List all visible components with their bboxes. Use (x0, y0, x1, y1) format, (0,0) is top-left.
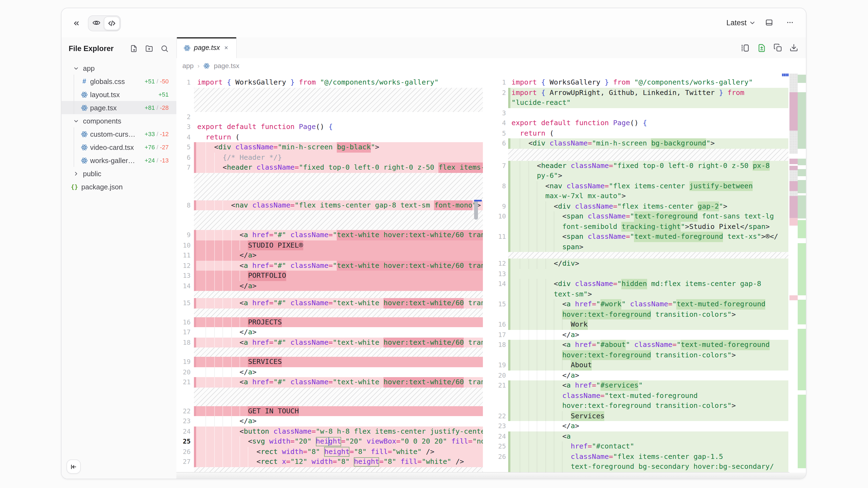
sidebar-file-video-card-tsx[interactable]: video-card.tsx+76 / -27 (62, 140, 176, 154)
panel-bottom-button[interactable] (762, 15, 776, 30)
code-toggle-button[interactable] (104, 17, 120, 30)
minimap-old-block (789, 295, 798, 300)
code-line: "lucide-react" (495, 98, 806, 108)
line-number: 13 (495, 269, 508, 279)
code-line: 12 <a href="#" className="text-white hov… (176, 260, 483, 271)
code-line: 25 href="#contact" (495, 441, 806, 452)
tab-page-tsx[interactable]: page.tsx × (176, 37, 237, 58)
code-line: max-w-7xl mx-auto"> (495, 191, 806, 201)
left-pane-scrollbar[interactable] (474, 200, 478, 220)
collapse-sidebar-button[interactable] (66, 459, 81, 474)
copy-icon[interactable] (774, 43, 782, 52)
code-line: 4export default function Page() { (495, 118, 806, 128)
new-file-icon[interactable] (130, 44, 138, 53)
line-number (495, 191, 508, 201)
gutter-change-strip (508, 269, 510, 279)
line-number: 14 (495, 279, 508, 289)
code-line: 6 {/* Header */} (176, 152, 483, 162)
more-options-button[interactable] (783, 15, 797, 30)
code-line: 20 </a> (176, 367, 483, 377)
close-tab-icon[interactable]: × (224, 44, 228, 52)
collapsed-diff-region (495, 252, 806, 259)
line-number: 10 (495, 212, 508, 222)
collapse-panel-button[interactable] (69, 16, 84, 30)
preview-toggle-button[interactable] (89, 17, 104, 29)
file-diff-icon[interactable] (757, 43, 766, 53)
line-number: 7 (176, 162, 194, 173)
diff-stats: +51 / -50 (145, 78, 169, 85)
line-number: 21 (176, 377, 194, 387)
line-number: 21 (495, 381, 508, 391)
line-number: 2 (495, 88, 508, 98)
code-line: 11 <span className="text-muted-foregroun… (495, 232, 806, 242)
minimap-new-block (798, 243, 806, 295)
code-icon (108, 19, 116, 27)
line-number: 20 (176, 367, 194, 377)
sidebar-folder-public[interactable]: public (62, 167, 176, 180)
collapsed-diff-region (176, 467, 483, 472)
line-number: 26 (495, 452, 508, 462)
line-number: 16 (176, 317, 194, 327)
line-number: 18 (176, 337, 194, 348)
line-number: 6 (495, 138, 508, 149)
panel-bottom-icon (765, 18, 773, 27)
code-line: 13 (495, 269, 806, 279)
code-line: hover:text-foreground transition-colors"… (495, 350, 806, 360)
line-number (495, 289, 508, 299)
new-folder-icon[interactable] (145, 44, 153, 53)
diff-stats: +33 / -12 (145, 131, 169, 137)
sidebar-file-layout-tsx[interactable]: layout.tsx+51 (62, 88, 176, 101)
sidebar-file-globals-css[interactable]: #globals.css+51 / -50 (62, 75, 176, 88)
collapsed-diff-region (176, 387, 483, 406)
minimap-old-block (789, 166, 798, 170)
minimap-new-block (798, 75, 806, 83)
line-number: 12 (495, 259, 508, 269)
minimap-old-block (789, 131, 798, 154)
line-number: 6 (176, 152, 194, 162)
code-line: 5 <div className="min-h-screen bg-black"… (176, 142, 483, 152)
sidebar-file-custom-curs-[interactable]: custom-curs…+33 / -12 (62, 127, 176, 140)
version-selector[interactable]: Latest (726, 19, 755, 27)
right-pane-scroll-indicator[interactable] (782, 73, 789, 76)
code-line: 6 <div className="min-h-screen bg-backgr… (495, 138, 806, 149)
line-number: 8 (176, 200, 194, 210)
code-line: 16 PROJECTS (176, 317, 483, 327)
sidebar-file-package-json[interactable]: {}package.json (62, 180, 176, 193)
line-number: 17 (495, 330, 508, 340)
tree-indent-guide (73, 75, 74, 114)
breadcrumb-root[interactable]: app (182, 62, 194, 70)
search-icon[interactable] (160, 44, 169, 53)
split-view-icon[interactable] (741, 43, 750, 53)
react-file-icon (81, 130, 88, 137)
code-line: 26 <rect width="8" height="8" fill="whit… (176, 447, 483, 457)
diff-pane-new[interactable]: 1import { WorksGallery } from "@/compone… (495, 73, 806, 473)
horizontal-scrollbar[interactable] (176, 472, 806, 479)
line-number: 10 (176, 240, 194, 250)
sidebar-file-works-galler-[interactable]: works-galler…+24 / -13 (62, 154, 176, 167)
sidebar-file-page-tsx[interactable]: page.tsx+81 / -28 (62, 101, 176, 114)
line-number: 4 (176, 132, 194, 142)
line-number: 23 (495, 421, 508, 431)
line-number: 3 (495, 108, 508, 118)
code-line: 25 <svg width="20" height="20" viewBox="… (176, 436, 483, 447)
breadcrumb-file[interactable]: page.tsx (214, 62, 239, 70)
download-icon[interactable] (789, 43, 798, 52)
code-line: 22 GET IN TOUCH (176, 406, 483, 416)
code-line: 14 <div className="hidden md:flex items-… (495, 279, 806, 289)
chevron-down-icon (73, 65, 80, 71)
collapsed-diff-region (176, 348, 483, 357)
diff-pane-old[interactable]: 1import { WorksGallery } from "@/compone… (176, 73, 483, 473)
sidebar-folder-components[interactable]: components (62, 114, 176, 127)
code-line: 24 <button className="w-8 h-8 flex items… (176, 426, 483, 436)
minimap-new-block (798, 395, 806, 468)
minimap-new-block (798, 159, 806, 165)
diff-minimap[interactable] (789, 73, 806, 473)
tab-label: page.tsx (194, 44, 220, 52)
line-number (495, 401, 508, 411)
hash-file-icon: # (81, 78, 88, 85)
sidebar-folder-app[interactable]: app (62, 62, 176, 75)
minimap-old-block (789, 191, 798, 196)
line-number: 20 (495, 370, 508, 381)
line-number: 19 (495, 360, 508, 370)
line-number: 24 (176, 426, 194, 436)
